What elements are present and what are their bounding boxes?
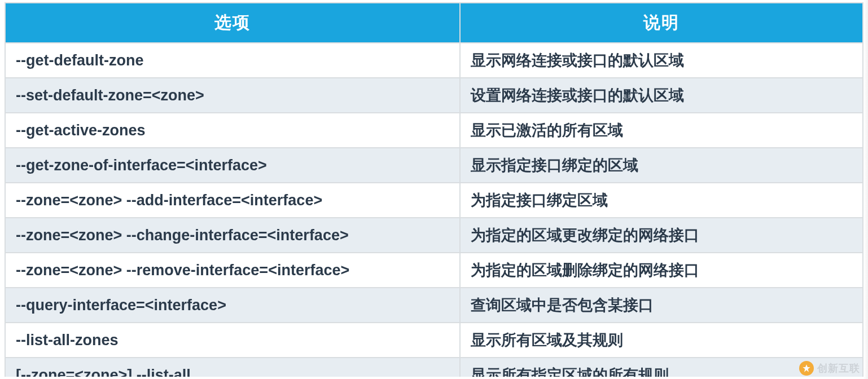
table-row: --zone=<zone> --change-interface=<interf… [5, 218, 863, 253]
header-description: 说明 [460, 3, 863, 43]
cell-option: --zone=<zone> --add-interface=<interface… [5, 183, 460, 218]
options-table: 选项 说明 --get-default-zone 显示网络连接或接口的默认区域 … [5, 2, 863, 377]
cell-description: 为指定的区域删除绑定的网络接口 [460, 253, 863, 288]
table-row: --get-zone-of-interface=<interface> 显示指定… [5, 148, 863, 183]
cell-description: 为指定接口绑定区域 [460, 183, 863, 218]
header-option: 选项 [5, 3, 460, 43]
cell-description: 显示所有指定区域的所有规则 [460, 358, 863, 377]
cell-description: 显示所有区域及其规则 [460, 323, 863, 358]
cell-description: 显示已激活的所有区域 [460, 113, 863, 148]
table-row: [--zone=<zone>] --list-all 显示所有指定区域的所有规则 [5, 358, 863, 377]
table-row: --query-interface=<interface> 查询区域中是否包含某… [5, 288, 863, 323]
cell-description: 显示网络连接或接口的默认区域 [460, 43, 863, 78]
cell-option: --get-zone-of-interface=<interface> [5, 148, 460, 183]
cell-option: --get-active-zones [5, 113, 460, 148]
table-row: --list-all-zones 显示所有区域及其规则 [5, 323, 863, 358]
table-row: --get-default-zone 显示网络连接或接口的默认区域 [5, 43, 863, 78]
cell-option: --zone=<zone> --change-interface=<interf… [5, 218, 460, 253]
cell-description: 设置网络连接或接口的默认区域 [460, 78, 863, 113]
cell-description: 为指定的区域更改绑定的网络接口 [460, 218, 863, 253]
table-row: --zone=<zone> --remove-interface=<interf… [5, 253, 863, 288]
cell-option: [--zone=<zone>] --list-all [5, 358, 460, 377]
table-row: --set-default-zone=<zone> 设置网络连接或接口的默认区域 [5, 78, 863, 113]
cell-option: --get-default-zone [5, 43, 460, 78]
cell-option: --zone=<zone> --remove-interface=<interf… [5, 253, 460, 288]
cell-description: 查询区域中是否包含某接口 [460, 288, 863, 323]
cell-description: 显示指定接口绑定的区域 [460, 148, 863, 183]
cell-option: --list-all-zones [5, 323, 460, 358]
table-row: --zone=<zone> --add-interface=<interface… [5, 183, 863, 218]
table-row: --get-active-zones 显示已激活的所有区域 [5, 113, 863, 148]
cell-option: --set-default-zone=<zone> [5, 78, 460, 113]
cell-option: --query-interface=<interface> [5, 288, 460, 323]
table-header-row: 选项 说明 [5, 3, 863, 43]
